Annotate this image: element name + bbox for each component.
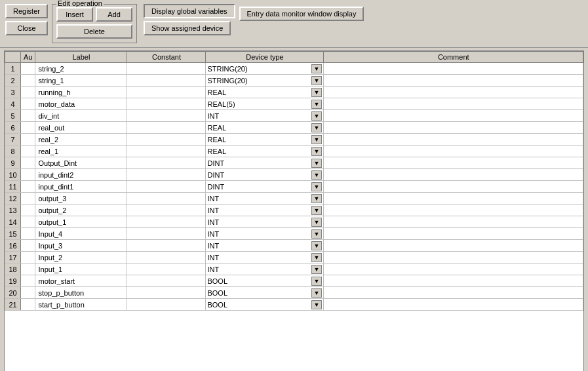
cell-comment[interactable] [324, 181, 583, 193]
delete-button[interactable]: Delete [56, 24, 132, 39]
cell-label[interactable]: output_3 [35, 193, 127, 205]
cell-comment[interactable] [324, 275, 583, 287]
cell-constant[interactable] [127, 228, 206, 240]
cell-comment[interactable] [324, 110, 583, 122]
device-type-dropdown-arrow[interactable]: ▼ [311, 206, 323, 215]
device-type-dropdown-arrow[interactable]: ▼ [311, 135, 323, 144]
cell-label[interactable]: motor_data [35, 98, 127, 110]
cell-device-type[interactable]: BOOL▼ [206, 275, 324, 287]
cell-label[interactable]: start_p_button [35, 299, 127, 311]
cell-label[interactable]: stop_p_button [35, 287, 127, 299]
cell-label[interactable]: string_1 [35, 75, 127, 87]
cell-constant[interactable] [127, 216, 206, 228]
cell-comment[interactable] [324, 169, 583, 181]
cell-comment[interactable] [324, 193, 583, 205]
cell-label[interactable]: output_2 [35, 205, 127, 216]
cell-label[interactable]: input_dint2 [35, 169, 127, 181]
cell-device-type[interactable]: INT▼ [206, 193, 324, 205]
cell-constant[interactable] [127, 205, 206, 216]
cell-label[interactable]: output_1 [35, 216, 127, 228]
cell-device-type[interactable]: STRING(20)▼ [206, 63, 324, 75]
cell-label[interactable]: real_2 [35, 134, 127, 146]
cell-device-type[interactable]: INT▼ [206, 252, 324, 264]
cell-constant[interactable] [127, 169, 206, 181]
cell-device-type[interactable]: REAL▼ [206, 87, 324, 98]
cell-comment[interactable] [324, 87, 583, 98]
cell-device-type[interactable]: STRING(20)▼ [206, 75, 324, 87]
cell-comment[interactable] [324, 63, 583, 75]
cell-constant[interactable] [127, 299, 206, 311]
register-button[interactable]: Register [5, 4, 48, 18]
cell-comment[interactable] [324, 146, 583, 157]
cell-comment[interactable] [324, 122, 583, 134]
cell-device-type[interactable]: BOOL▼ [206, 287, 324, 299]
device-type-dropdown-arrow[interactable]: ▼ [311, 111, 323, 121]
device-type-dropdown-arrow[interactable]: ▼ [311, 100, 323, 109]
cell-device-type[interactable]: REAL▼ [206, 122, 324, 134]
cell-comment[interactable] [324, 216, 583, 228]
cell-constant[interactable] [127, 87, 206, 98]
entry-data-button[interactable]: Entry data monitor window display [239, 7, 364, 21]
device-type-dropdown-arrow[interactable]: ▼ [311, 265, 323, 274]
cell-device-type[interactable]: INT▼ [206, 216, 324, 228]
cell-label[interactable]: Output_Dint [35, 157, 127, 169]
cell-comment[interactable] [324, 228, 583, 240]
cell-constant[interactable] [127, 122, 206, 134]
device-type-dropdown-arrow[interactable]: ▼ [311, 147, 323, 156]
cell-constant[interactable] [127, 275, 206, 287]
cell-label[interactable]: input_dint1 [35, 181, 127, 193]
cell-label[interactable]: string_2 [35, 63, 127, 75]
device-type-dropdown-arrow[interactable]: ▼ [311, 76, 323, 85]
cell-constant[interactable] [127, 264, 206, 275]
close-button[interactable]: Close [5, 21, 48, 35]
cell-device-type[interactable]: BOOL▼ [206, 299, 324, 311]
device-type-dropdown-arrow[interactable]: ▼ [311, 159, 323, 168]
cell-constant[interactable] [127, 110, 206, 122]
display-global-button[interactable]: Display global variables [144, 4, 235, 18]
cell-comment[interactable] [324, 75, 583, 87]
device-type-dropdown-arrow[interactable]: ▼ [311, 300, 323, 309]
cell-constant[interactable] [127, 98, 206, 110]
cell-label[interactable]: running_h [35, 87, 127, 98]
cell-constant[interactable] [127, 157, 206, 169]
cell-label[interactable]: real_1 [35, 146, 127, 157]
cell-label[interactable]: real_out [35, 122, 127, 134]
insert-button[interactable]: Insert [56, 7, 93, 22]
cell-device-type[interactable]: INT▼ [206, 205, 324, 216]
cell-device-type[interactable]: DINT▼ [206, 169, 324, 181]
cell-comment[interactable] [324, 134, 583, 146]
device-type-dropdown-arrow[interactable]: ▼ [311, 288, 323, 298]
cell-device-type[interactable]: REAL▼ [206, 134, 324, 146]
device-type-dropdown-arrow[interactable]: ▼ [311, 218, 323, 227]
cell-constant[interactable] [127, 240, 206, 252]
device-type-dropdown-arrow[interactable]: ▼ [311, 88, 323, 97]
device-type-dropdown-arrow[interactable]: ▼ [311, 229, 323, 239]
cell-comment[interactable] [324, 240, 583, 252]
cell-device-type[interactable]: DINT▼ [206, 157, 324, 169]
cell-comment[interactable] [324, 205, 583, 216]
cell-device-type[interactable]: REAL(5)▼ [206, 98, 324, 110]
cell-constant[interactable] [127, 287, 206, 299]
device-type-dropdown-arrow[interactable]: ▼ [311, 241, 323, 250]
cell-constant[interactable] [127, 63, 206, 75]
cell-comment[interactable] [324, 252, 583, 264]
cell-device-type[interactable]: DINT▼ [206, 181, 324, 193]
cell-label[interactable]: Input_2 [35, 252, 127, 264]
cell-constant[interactable] [127, 252, 206, 264]
cell-constant[interactable] [127, 146, 206, 157]
cell-label[interactable]: Input_3 [35, 240, 127, 252]
cell-comment[interactable] [324, 299, 583, 311]
cell-device-type[interactable]: INT▼ [206, 240, 324, 252]
cell-label[interactable]: Input_4 [35, 228, 127, 240]
cell-constant[interactable] [127, 134, 206, 146]
cell-label[interactable]: div_int [35, 110, 127, 122]
cell-constant[interactable] [127, 193, 206, 205]
device-type-dropdown-arrow[interactable]: ▼ [311, 123, 323, 132]
cell-comment[interactable] [324, 157, 583, 169]
cell-comment[interactable] [324, 98, 583, 110]
cell-comment[interactable] [324, 287, 583, 299]
device-type-dropdown-arrow[interactable]: ▼ [311, 182, 323, 191]
add-button[interactable]: Add [96, 7, 132, 22]
device-type-dropdown-arrow[interactable]: ▼ [311, 64, 323, 73]
cell-constant[interactable] [127, 75, 206, 87]
